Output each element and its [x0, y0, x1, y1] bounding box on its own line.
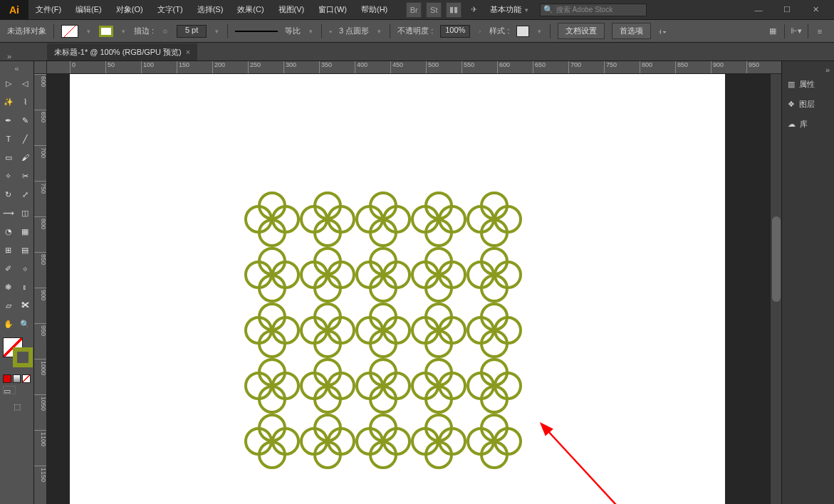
menu-select[interactable]: 选择(S)	[190, 0, 231, 20]
layers-icon: ❖	[788, 100, 795, 109]
perspective-tool[interactable]: ▦	[17, 222, 34, 241]
menu-icon[interactable]: ≡	[813, 24, 827, 38]
menu-type[interactable]: 文字(T)	[150, 0, 190, 20]
workspace-switcher[interactable]: 基本功能 ▾	[484, 3, 536, 16]
selection-status: 未选择对象	[7, 26, 46, 36]
close-tab-icon[interactable]: ×	[186, 48, 190, 56]
profile-label[interactable]: 等比	[285, 26, 301, 36]
minimize-button[interactable]: —	[749, 3, 768, 17]
artboard-tool[interactable]: ▱	[0, 296, 17, 315]
menu-effect[interactable]: 效果(C)	[230, 0, 271, 20]
menu-object[interactable]: 对象(O)	[109, 0, 150, 20]
gradient-mode[interactable]	[13, 374, 21, 383]
opacity-input[interactable]: 100%	[440, 25, 470, 38]
shaper-tool[interactable]: ✧	[0, 167, 17, 185]
arrange-icon[interactable]: ▮▮	[446, 2, 462, 18]
mesh-tool[interactable]: ⊞	[0, 241, 17, 259]
canvas-viewport[interactable]	[47, 74, 770, 504]
rectangle-tool[interactable]: ▭	[0, 148, 17, 167]
main-menu: 文件(F) 编辑(E) 对象(O) 文字(T) 选择(S) 效果(C) 视图(V…	[28, 0, 395, 20]
stroke-swatch[interactable]	[99, 26, 113, 37]
expand-tabs[interactable]: »	[7, 52, 11, 61]
properties-panel-tab[interactable]: ▥属性	[782, 74, 834, 94]
eraser-tool[interactable]: ✂	[17, 167, 34, 185]
snap-icon[interactable]: ⊩▾	[789, 24, 803, 38]
bridge-icon[interactable]: Br	[406, 2, 422, 18]
none-mode[interactable]	[22, 374, 31, 383]
document-tab[interactable]: 未标题-1* @ 100% (RGB/GPU 预览) ×	[47, 43, 197, 61]
shape-builder-tool[interactable]: ◔	[0, 222, 17, 241]
edit-mode[interactable]: ⬚	[3, 397, 31, 416]
menu-view[interactable]: 视图(V)	[271, 0, 312, 20]
menu-help[interactable]: 帮助(H)	[354, 0, 395, 20]
panel-collapse[interactable]: »	[782, 65, 834, 74]
rotate-tool[interactable]: ↻	[0, 185, 17, 204]
magic-wand-tool[interactable]: ✨	[0, 93, 17, 111]
menu-file[interactable]: 文件(F)	[28, 0, 68, 20]
doc-setup-button[interactable]: 文档设置	[558, 23, 605, 39]
width-tool[interactable]: ⟿	[0, 204, 17, 222]
annotation-arrow	[526, 416, 668, 504]
scale-tool[interactable]: ⤢	[17, 185, 34, 204]
line-tool[interactable]: ╱	[17, 130, 34, 148]
zoom-tool[interactable]: 🔍	[17, 315, 34, 333]
toolbox-collapse[interactable]: «	[0, 64, 33, 74]
libraries-icon: ☁	[788, 120, 796, 129]
hand-tool[interactable]: ✋	[0, 315, 17, 333]
artboard	[70, 74, 725, 504]
curvature-tool[interactable]: ✎	[17, 111, 34, 130]
right-panel-dock: » ▥属性 ❖图层 ☁库	[781, 61, 834, 504]
ruler-origin[interactable]	[34, 61, 47, 74]
stroke-label: 描边 :	[134, 26, 154, 36]
selection-tool[interactable]: ▷	[0, 74, 17, 93]
vertical-ruler[interactable]: 6006507007508008509009501000105011001150	[34, 74, 47, 504]
fill-swatch[interactable]	[61, 25, 78, 38]
maximize-button[interactable]: ☐	[777, 3, 797, 17]
gradient-tool[interactable]: ▤	[17, 241, 34, 259]
symbol-sprayer-tool[interactable]: ❋	[0, 278, 17, 296]
stock-icon[interactable]: St	[426, 2, 442, 18]
free-transform-tool[interactable]: ◫	[17, 204, 34, 222]
color-mode[interactable]	[3, 374, 11, 383]
screen-mode[interactable]: ▭	[3, 386, 16, 394]
style-swatch[interactable]	[516, 26, 529, 37]
menu-window[interactable]: 窗口(W)	[311, 0, 354, 20]
brush-label[interactable]: 3 点圆形	[339, 26, 369, 36]
style-label: 样式 :	[489, 26, 509, 36]
direct-selection-tool[interactable]: ◁	[17, 74, 34, 93]
grid-icon[interactable]: ▦	[766, 24, 780, 38]
graph-tool[interactable]: ⫾	[17, 278, 34, 296]
align-icon[interactable]: ⫞▾	[658, 27, 672, 36]
lasso-tool[interactable]: ⌇	[17, 93, 34, 111]
opacity-label: 不透明度 :	[397, 26, 433, 36]
svg-line-0	[547, 430, 632, 504]
toolbox: « ▷◁ ✨⌇ ✒✎ T╱ ▭🖌 ✧✂ ↻⤢ ⟿◫ ◔▦ ⊞▤ ✐⟐ ❋⫾ ▱✀…	[0, 61, 34, 504]
stroke-profile-preview	[235, 31, 278, 32]
libraries-panel-tab[interactable]: ☁库	[782, 114, 834, 134]
paintbrush-tool[interactable]: 🖌	[17, 148, 34, 167]
stroke-color[interactable]	[13, 347, 33, 367]
properties-icon: ▥	[788, 80, 795, 89]
gpu-icon[interactable]: ✈	[466, 2, 481, 18]
search-input[interactable]: 🔍 搜索 Adobe Stock	[540, 4, 647, 16]
horizontal-ruler[interactable]: 0501001502002503003504004505005506006507…	[47, 61, 781, 74]
stroke-weight-input[interactable]: 5 pt	[177, 25, 207, 38]
vertical-scrollbar[interactable]	[770, 74, 781, 504]
close-button[interactable]: ✕	[806, 3, 825, 17]
pen-tool[interactable]: ✒	[0, 111, 17, 130]
app-logo: Ai	[0, 0, 28, 20]
slice-tool[interactable]: ✀	[17, 296, 34, 315]
prefs-button[interactable]: 首选项	[612, 23, 651, 39]
layers-panel-tab[interactable]: ❖图层	[782, 94, 834, 114]
menu-edit[interactable]: 编辑(E)	[68, 0, 109, 20]
eyedropper-tool[interactable]: ✐	[0, 259, 17, 278]
type-tool[interactable]: T	[0, 130, 17, 148]
blend-tool[interactable]: ⟐	[17, 259, 34, 278]
